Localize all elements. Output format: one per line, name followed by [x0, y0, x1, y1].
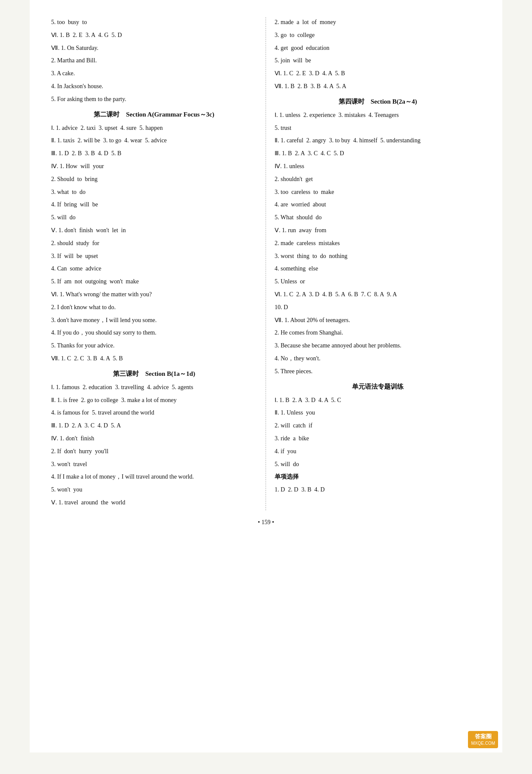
list-item: 3. what to do [51, 187, 257, 197]
list-item: Ⅲ. 1. D 2. B 3. B 4. D 5. B [51, 148, 257, 159]
list-item: 4. If bring will be [51, 200, 257, 210]
list-item: 2. made a lot of money [275, 17, 481, 28]
list-item: 2. Martha and Bill. [51, 55, 257, 66]
list-item: Ⅱ. 1. Unless you [275, 408, 481, 418]
section-title-4: 第四课时 Section B(2a～4) [275, 98, 481, 106]
list-item: 2. I don't know what to do. [51, 302, 257, 313]
list-item: 5. If am not outgoing won't make [51, 276, 257, 287]
list-item: Ⅰ. 1. B 2. A 3. D 4. A 5. C [275, 395, 481, 405]
list-item: 2. made careless mistakes [275, 238, 481, 249]
list-item: 2. Should to bring [51, 174, 257, 184]
list-item: 5. join will be [275, 55, 481, 66]
list-item: Ⅶ. 1. B 2. B 3. B 4. A 5. A [275, 81, 481, 92]
list-item: Ⅳ. 1. unless [275, 161, 481, 172]
list-item: 3. too careless to make [275, 187, 481, 197]
list-item: Ⅵ. 1. What's wrong/ the matter with you? [51, 289, 257, 300]
list-item: Ⅳ. 1. don't finish [51, 433, 257, 444]
list-item: Ⅰ. 1. unless 2. experience 3. mistakes 4… [275, 110, 481, 120]
list-item: 3. won't travel [51, 459, 257, 470]
list-item: Ⅵ. 1. C 2. A 3. D 4. B 5. A 6. B 7. C 8.… [275, 289, 481, 300]
list-item: 4. if you [275, 446, 481, 457]
watermark: 答案圈 MXQE.COM [468, 731, 498, 748]
list-item: 3. go to college [275, 30, 481, 40]
list-item: 4. Can some advice [51, 264, 257, 274]
list-item: 2. He comes from Shanghai. [275, 328, 481, 338]
list-item: Ⅶ. 1. C 2. C 3. B 4. A 5. B [51, 353, 257, 364]
list-item: 2. will catch if [275, 421, 481, 431]
list-item: 2. shouldn't get [275, 174, 481, 184]
list-item: Ⅱ. 1. taxis 2. will be 3. to go 4. wear … [51, 135, 257, 146]
list-item: Ⅴ. 1. run away from [275, 225, 481, 236]
list-item: 3. don't have money，I will lend you some… [51, 315, 257, 326]
list-item: Ⅵ. 1. B 2. E 3. A 4. G 5. D [51, 30, 257, 40]
list-item: 3. Because she became annoyed about her … [275, 341, 481, 351]
list-item: Ⅲ. 1. B 2. A 3. C 4. C 5. D [275, 148, 481, 159]
list-item: Ⅶ. 1. About 20% of teenagers. [275, 315, 481, 326]
list-item: Ⅰ. 1. advice 2. taxi 3. upset 4. sure 5.… [51, 123, 257, 133]
list-item: 3. worst thing to do nothing [275, 251, 481, 261]
page: 5. too busy to Ⅵ. 1. B 2. E 3. A 4. G 5.… [30, 0, 502, 752]
list-item: 4. If I make a lot of money，I will trave… [51, 472, 257, 482]
list-item: 2. should study for [51, 238, 257, 249]
watermark-bottom: MXQE.COM [471, 740, 495, 746]
list-item: 4. If you do，you should say sorry to the… [51, 328, 257, 338]
list-item: 4. get good education [275, 43, 481, 53]
list-item: 4. No，they won't. [275, 353, 481, 364]
two-column-layout: 5. too busy to Ⅵ. 1. B 2. E 3. A 4. G 5.… [51, 17, 481, 510]
left-column: 5. too busy to Ⅵ. 1. B 2. E 3. A 4. G 5.… [51, 17, 266, 510]
list-item: 单项选择 [275, 472, 481, 482]
list-item: Ⅶ. 1. On Saturday. [51, 43, 257, 53]
list-item: 5. will do [275, 459, 481, 470]
list-item: 5. trust [275, 123, 481, 133]
list-item: Ⅰ. 1. famous 2. education 3. travelling … [51, 382, 257, 393]
list-item: 4. is famous for 5. travel around the wo… [51, 408, 257, 418]
list-item: 5. What should do [275, 212, 481, 223]
list-item: Ⅱ. 1. is free 2. go to college 3. make a… [51, 395, 257, 405]
list-item: 3. ride a bike [275, 433, 481, 444]
list-item: 3. A cake. [51, 68, 257, 79]
list-item: 3. If will be upset [51, 251, 257, 261]
list-item: 1. D 2. D 3. B 4. D [275, 485, 481, 495]
list-item: 5. Unless or [275, 276, 481, 287]
list-item: 5. Three pieces. [275, 366, 481, 377]
section-title-5: 单元语法专题训练 [275, 383, 481, 391]
page-number: • 159 • [51, 519, 481, 526]
section-title-2: 第二课时 Section A(Grammar Focus～3c) [51, 111, 257, 119]
right-column: 2. made a lot of money 3. go to college … [266, 17, 481, 510]
list-item: 5. won't you [51, 485, 257, 495]
watermark-top: 答案圈 [471, 733, 495, 740]
list-item: 10. D [275, 302, 481, 313]
list-item: 5. too busy to [51, 17, 257, 28]
list-item: 4. something else [275, 264, 481, 274]
list-item: Ⅳ. 1. How will your [51, 161, 257, 172]
list-item: 4. are worried about [275, 200, 481, 210]
list-item: Ⅲ. 1. D 2. A 3. C 4. D 5. A [51, 421, 257, 431]
list-item: 2. If don't hurry you'll [51, 446, 257, 457]
list-item: Ⅵ. 1. C 2. E 3. D 4. A 5. B [275, 68, 481, 79]
list-item: 5. will do [51, 212, 257, 223]
list-item: Ⅴ. 1. travel around the world [51, 498, 257, 508]
list-item: 4. In Jackson's house. [51, 81, 257, 92]
list-item: Ⅱ. 1. careful 2. angry 3. to buy 4. hims… [275, 135, 481, 146]
list-item: Ⅴ. 1. don't finish won't let in [51, 225, 257, 236]
list-item: 5. For asking them to the party. [51, 94, 257, 104]
list-item: 5. Thanks for your advice. [51, 341, 257, 351]
section-title-3: 第三课时 Section B(1a～1d) [51, 370, 257, 378]
